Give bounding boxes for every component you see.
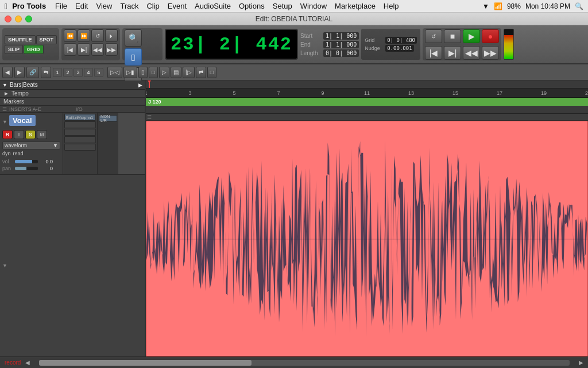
region-btn[interactable]: □ [149, 67, 158, 78]
tab-4[interactable]: 4 [84, 68, 93, 77]
solo-button[interactable]: S [25, 130, 36, 139]
track-number: ☰ [2, 106, 7, 112]
tab-1[interactable]: 1 [53, 68, 62, 77]
pan-bar-container[interactable] [15, 167, 38, 170]
go-start-button[interactable]: |◀ [64, 43, 76, 56]
slip-button[interactable]: SLIP [5, 45, 23, 54]
track-view-select[interactable]: waveform ▼ [2, 141, 60, 150]
bars-beats-label: Bars|Beats [10, 82, 38, 88]
dyn-button[interactable]: dyn [2, 151, 11, 156]
menu-clip[interactable]: Clip [143, 2, 163, 10]
tempo-region: J 120 [146, 98, 588, 106]
io-routing[interactable]: MON L/R [99, 115, 117, 122]
rewind-button[interactable]: ⏪ [64, 29, 76, 42]
tab-2[interactable]: 2 [63, 68, 72, 77]
system-clock: Mon 10:48 PM [525, 2, 570, 10]
play-button[interactable]: ▶ [463, 29, 480, 43]
rec-button[interactable]: R [2, 130, 13, 139]
length-value[interactable]: 0| 0| 000 [323, 49, 359, 57]
apple-menu[interactable]:  [5, 2, 7, 11]
menu-setup[interactable]: Setup [269, 2, 296, 10]
menu-view[interactable]: View [92, 2, 115, 10]
stop-button[interactable]: ■ [444, 29, 461, 43]
tab-5[interactable]: 5 [94, 68, 103, 77]
next-button[interactable]: ▶| [444, 46, 461, 60]
scroll-left-button[interactable]: ◀ [25, 359, 30, 366]
forward-button[interactable]: ▶▶ [482, 46, 499, 60]
nudge-value[interactable]: 0.00.001 [385, 45, 413, 52]
expand-icon[interactable]: ▼ [2, 82, 7, 88]
menu-audiosuite[interactable]: AudioSuite [191, 2, 234, 10]
mute-button[interactable]: M [37, 130, 47, 139]
menu-marketplace[interactable]: Marketplace [331, 2, 379, 10]
prev-button[interactable]: |◀ [425, 46, 442, 60]
insert-slot-4[interactable] [64, 136, 96, 143]
link-button[interactable]: 🔗 [26, 67, 39, 78]
edit-mode-section: SHUFFLE SPOT SLIP GRID [2, 28, 59, 60]
scrub-btn[interactable]: □ [207, 67, 216, 78]
play-forward-button[interactable]: ⏵ [105, 29, 118, 42]
track-collapse-icon[interactable]: ▼ [2, 119, 7, 125]
tempo-expand-icon[interactable]: ► [3, 90, 9, 97]
trim-btn[interactable]: ▷ [159, 67, 169, 78]
shuffle-sec-button[interactable]: ⇆ [41, 67, 51, 78]
clip-btn[interactable]: ▯ [138, 67, 148, 78]
prev-region-button[interactable]: ◀◀ [91, 43, 104, 56]
insert-slot-1[interactable]: Built-nMcrphn1 [64, 114, 96, 121]
menu-event[interactable]: Event [164, 2, 190, 10]
nudge-label: Nudge [365, 45, 383, 51]
status-text: record [5, 359, 21, 366]
scroll-thumb[interactable] [39, 360, 251, 366]
insert-slot-5[interactable] [64, 144, 96, 151]
vol-bar-container[interactable] [15, 160, 38, 163]
menu-help[interactable]: Help [380, 2, 403, 10]
menu-window[interactable]: Window [297, 2, 330, 10]
grid-value[interactable]: 0| 0| 480 [385, 37, 417, 44]
add-track-icon[interactable]: ▼ [2, 263, 7, 269]
zoom-button[interactable] [25, 16, 32, 22]
select-tool-button[interactable]: ▯ [125, 48, 142, 66]
zoom-tool-button[interactable]: 🔍 [125, 29, 142, 47]
close-button[interactable] [5, 16, 11, 22]
bar-label-9: 9 [321, 90, 324, 96]
grid-button[interactable]: GRID [24, 45, 44, 54]
tab-3[interactable]: 3 [74, 68, 83, 77]
read-button[interactable]: read [13, 151, 24, 156]
in-btn[interactable]: ▷▮ [123, 67, 137, 78]
end-btn[interactable]: |▷ [183, 67, 195, 78]
tab-nav-left[interactable]: ◀ [2, 67, 13, 78]
go-end-button[interactable]: ▶| [78, 43, 90, 56]
scroll-right-button[interactable]: ▶ [579, 359, 583, 366]
record-button[interactable]: ● [482, 29, 499, 43]
loop-btn[interactable]: ⇄ [196, 67, 206, 78]
window-controls[interactable] [5, 16, 32, 22]
end-value[interactable]: 1| 1| 000 [323, 41, 359, 48]
spot-button[interactable]: SPOT [36, 35, 57, 44]
app-name[interactable]: Pro Tools [12, 2, 46, 10]
input-button[interactable]: I [14, 130, 24, 139]
track-name[interactable]: Vocal [9, 115, 36, 126]
menu-file[interactable]: File [52, 2, 71, 10]
menu-options[interactable]: Options [235, 2, 268, 10]
back-button[interactable]: ◀◀ [463, 46, 480, 60]
insert-slot-2[interactable] [64, 121, 96, 128]
horizontal-scrollbar[interactable] [39, 360, 570, 366]
next-region-button[interactable]: ▶▶ [105, 43, 118, 56]
menu-edit[interactable]: Edit [72, 2, 91, 10]
loop-button[interactable]: ↺ [91, 29, 104, 42]
group-btn[interactable]: ▤ [171, 67, 181, 78]
tab-nav-right[interactable]: ▶ [14, 67, 25, 78]
vol-value: 0.0 [39, 159, 53, 164]
menu-track[interactable]: Track [117, 2, 142, 10]
audio-clip[interactable] [146, 121, 588, 356]
insert-slot-3[interactable] [64, 129, 96, 136]
start-value[interactable]: 1| 1| 000 [323, 32, 359, 40]
tc-btn[interactable]: ▷◁ [107, 67, 122, 78]
loop-enable-button[interactable]: ↺ [425, 29, 442, 43]
minimize-button[interactable] [15, 16, 22, 22]
fast-forward-button[interactable]: ⏩ [78, 29, 90, 42]
header-menu-icon[interactable]: ▶ [138, 82, 142, 88]
bar-label-5: 5 [233, 90, 235, 96]
shuffle-button[interactable]: SHUFFLE [5, 35, 36, 44]
search-icon[interactable]: 🔍 [575, 2, 583, 10]
